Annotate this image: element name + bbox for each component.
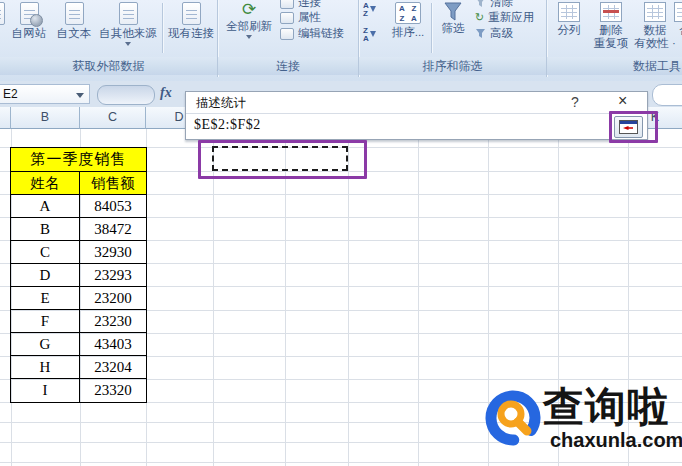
cell-sales[interactable]: 43403 — [80, 333, 146, 355]
refresh-all-button[interactable]: ⟳ 全部刷新 — [222, 0, 276, 42]
cell-name[interactable]: G — [11, 333, 80, 355]
cell-name[interactable]: E — [11, 287, 80, 309]
reapply-icon: ↻ — [475, 12, 484, 23]
ribbon-group-connections: ⟳ 全部刷新 连接 属性 编辑链接 连接 — [218, 0, 358, 77]
data-validation-button[interactable]: 数据 有效性 · — [634, 2, 676, 50]
ribbon-group-get-external-data: 自网站 自文本 自其他来源 现有连接 获取外部数据 — [0, 0, 217, 77]
existing-connections-button[interactable]: 现有连接 — [166, 2, 216, 40]
sort-descending-button[interactable]: ZA — [363, 27, 376, 43]
cell-sales[interactable]: 23204 — [80, 356, 146, 378]
advanced-filter-icon — [475, 28, 486, 39]
from-web-button[interactable]: 自网站 — [6, 2, 52, 40]
ribbon-group-sort-filter: AZ ZA AZ ZA 排序... 筛选 — [359, 0, 546, 77]
text-to-columns-label: 分列 — [558, 24, 581, 37]
text-to-columns-button[interactable]: 分列 — [552, 2, 586, 37]
gridline — [418, 129, 419, 466]
cell-name[interactable]: I — [11, 379, 80, 402]
from-web-icon — [20, 2, 39, 25]
descriptive-statistics-dialog: 描述统计 ? × $E$2:$F$2 — [185, 91, 648, 140]
group-label-data-tools: 数据工具 — [547, 57, 682, 75]
refresh-icon: ⟳ — [242, 0, 256, 20]
table-row: D 23293 — [11, 264, 146, 287]
filter-button[interactable]: 筛选 — [435, 2, 471, 35]
sales-table: 第一季度销售 姓名 销售额 A 84053 B 38472 C 32930 D … — [10, 147, 147, 403]
remove-duplicates-button[interactable]: 删除 重复项 — [590, 2, 632, 50]
consolidate-button[interactable]: 合 — [675, 2, 682, 37]
table-row: H 23204 — [11, 356, 146, 379]
help-icon[interactable]: ? — [571, 94, 579, 110]
sort-ascending-icon — [370, 6, 376, 15]
name-box[interactable]: E2 — [0, 84, 90, 104]
cell-sales[interactable]: 32930 — [80, 241, 146, 263]
table-title-cell[interactable]: 第一季度销售 — [11, 148, 146, 172]
column-header-C[interactable]: C — [80, 107, 146, 129]
divider — [431, 3, 432, 53]
watermark: 查询啦 chaxunla.com — [484, 383, 682, 463]
from-other-sources-button[interactable]: 自其他来源 — [97, 2, 159, 49]
table-row: I 23320 — [11, 379, 146, 402]
fx-icon[interactable]: fx — [160, 85, 172, 101]
cell-name[interactable]: D — [11, 264, 80, 286]
cell-name[interactable]: H — [11, 356, 80, 378]
column-header[interactable] — [0, 107, 11, 129]
formula-input-edge[interactable] — [652, 84, 682, 106]
from-other-sources-label: 自其他来源 — [99, 27, 157, 40]
refresh-all-label: 全部刷新 — [226, 20, 272, 33]
connections-icon — [280, 0, 294, 9]
sort-button[interactable]: AZ ZA 排序... — [387, 2, 429, 39]
annotation-box-collapse-button — [609, 111, 658, 143]
table-row: A 84053 — [11, 195, 146, 218]
cell-sales[interactable]: 84053 — [80, 195, 146, 217]
data-validation-label2: 有效性 · — [634, 37, 676, 50]
table-row: E 23200 — [11, 287, 146, 310]
gridline — [285, 129, 286, 466]
properties-icon — [280, 12, 294, 24]
cell-name[interactable]: C — [11, 241, 80, 263]
from-text-icon — [65, 2, 84, 25]
from-text-button[interactable]: 自文本 — [52, 2, 96, 40]
cell-sales[interactable]: 23293 — [80, 264, 146, 286]
cell-sales[interactable]: 38472 — [80, 218, 146, 240]
formula-buttons-pill — [97, 85, 155, 105]
cell-name[interactable]: A — [11, 195, 80, 217]
advanced-filter-label: 高级 — [490, 26, 513, 41]
cell-name[interactable]: F — [11, 310, 80, 332]
column-header-B[interactable]: B — [11, 107, 80, 129]
dialog-title: 描述统计 — [196, 95, 246, 112]
existing-connections-icon — [182, 2, 201, 25]
table-row: B 38472 — [11, 218, 146, 241]
data-validation-icon — [644, 2, 666, 22]
filter-icon — [444, 2, 462, 22]
clipped-ribbon-button[interactable] — [0, 2, 5, 27]
sort-ascending-button[interactable]: AZ — [363, 2, 376, 18]
advanced-filter-button[interactable]: 高级 — [475, 27, 513, 40]
table-header-name[interactable]: 姓名 — [11, 172, 80, 194]
cell-name[interactable]: B — [11, 218, 80, 240]
reapply-button[interactable]: ↻ 重新应用 — [475, 11, 534, 24]
edit-links-icon — [280, 28, 294, 40]
close-icon[interactable]: × — [618, 92, 627, 110]
name-box-dropdown-icon[interactable] — [76, 93, 84, 102]
table-row: C 32930 — [11, 241, 146, 264]
document-icon — [0, 2, 5, 25]
watermark-brand: 查询啦 — [543, 380, 669, 435]
range-input[interactable]: $E$2:$F$2 — [194, 117, 261, 133]
watermark-url: chaxunla.com — [550, 429, 682, 452]
group-label-get-external-data: 获取外部数据 — [0, 57, 217, 75]
from-web-label: 自网站 — [12, 27, 47, 40]
name-box-value: E2 — [3, 87, 18, 101]
edit-links-button[interactable]: 编辑链接 — [280, 27, 344, 40]
remove-duplicates-icon — [600, 2, 622, 22]
table-header-sales[interactable]: 销售额 — [80, 172, 146, 194]
connections-button[interactable]: 连接 — [280, 0, 321, 9]
gridline — [348, 129, 349, 466]
properties-button[interactable]: 属性 — [280, 11, 321, 24]
clear-filter-button[interactable]: 清除 — [475, 0, 513, 9]
magnifier-logo-icon — [484, 389, 542, 447]
table-row: F 23230 — [11, 310, 146, 333]
cell-sales[interactable]: 23200 — [80, 287, 146, 309]
filter-label: 筛选 — [442, 22, 465, 35]
chevron-down-icon — [246, 35, 252, 42]
cell-sales[interactable]: 23320 — [80, 379, 146, 402]
cell-sales[interactable]: 23230 — [80, 310, 146, 332]
